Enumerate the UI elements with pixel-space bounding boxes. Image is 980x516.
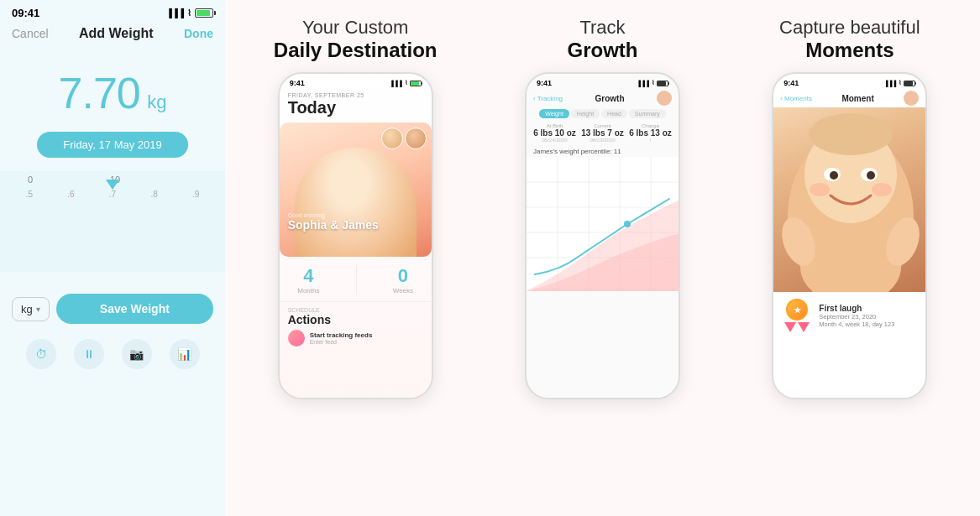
growth-back-button[interactable]: ‹ Tracking xyxy=(533,95,563,102)
tab-head[interactable]: Head xyxy=(601,109,627,118)
tab-summary[interactable]: Summary xyxy=(629,109,666,118)
save-weight-button[interactable]: Save Weight xyxy=(56,294,213,324)
current-value: 13 lbs 7 oz xyxy=(579,128,626,138)
growth-screen-title: Growth xyxy=(595,94,625,103)
moments-back-chevron: ‹ xyxy=(780,95,783,102)
stats-row: 4 Months 0 Weeks xyxy=(280,260,432,300)
action-title: Start tracking feeds xyxy=(310,331,373,339)
daily-heading-bold: Daily Destination xyxy=(274,39,438,62)
baby-illustration xyxy=(773,107,925,292)
growth-tabs[interactable]: Weight Height Head Summary xyxy=(527,107,679,120)
growth-heading-light: Track xyxy=(579,17,625,38)
baby-photo xyxy=(773,107,925,292)
moments-heading-light: Capture beautiful xyxy=(779,17,920,38)
camera-button[interactable]: 📷 xyxy=(122,339,152,369)
change-arrow: ↑ xyxy=(627,138,673,143)
cancel-button[interactable]: Cancel xyxy=(12,27,49,40)
pause-button[interactable]: ⏸ xyxy=(74,339,104,369)
status-bar: 09:41 ▐▐▐ ⌇ xyxy=(0,0,225,23)
timer-button[interactable]: ⏱ xyxy=(26,339,56,369)
track-growth-panel: Track Growth 9:41 ▐▐▐ ⌇ ‹ Tracking xyxy=(485,17,719,499)
phone-signal-icon: ▐▐▐ xyxy=(390,81,402,86)
weight-value: 7.70 xyxy=(59,69,140,117)
schedule-item: Start tracking feeds Enter feed xyxy=(288,330,423,347)
tab-weight[interactable]: Weight xyxy=(539,109,569,118)
growth-wifi-icon: ⌇ xyxy=(652,80,654,86)
weight-ruler[interactable]: // We'll use JS to draw ticks after DOM … xyxy=(0,171,225,272)
schedule-section: Schedule Actions Start tracking feeds En… xyxy=(280,304,432,348)
chevron-down-icon: ▾ xyxy=(36,305,40,314)
daily-today: Today xyxy=(288,98,423,117)
add-weight-panel: 09:41 ▐▐▐ ⌇ Cancel Add Weight Done 7.70 … xyxy=(0,0,225,516)
moments-back-label: Moments xyxy=(784,95,812,102)
profile-pictures xyxy=(381,128,427,149)
at-birth-value: 6 lbs 10 oz xyxy=(532,128,578,138)
phone-battery-icon xyxy=(410,81,422,86)
svg-point-11 xyxy=(809,113,893,155)
bottom-controls: ⏱ ⏸ 📷 📊 xyxy=(0,332,225,373)
current-stat: Current 13 lbs 7 oz 08/23/2020 xyxy=(579,123,626,143)
done-button[interactable]: Done xyxy=(184,27,213,40)
moments-battery-icon xyxy=(904,81,915,86)
growth-battery-icon xyxy=(657,81,668,86)
ruler-lines: // We'll use JS to draw ticks after DOM … xyxy=(0,195,225,228)
growth-nav: ‹ Tracking Growth xyxy=(527,89,679,107)
moments-back-button[interactable]: ‹ Moments xyxy=(780,95,812,102)
moments-panel: Capture beautiful Moments 9:41 ▐▐▐ ⌇ ‹ M xyxy=(733,17,967,499)
name-text: Sophia & James xyxy=(288,218,379,232)
moments-nav: ‹ Moments Moment xyxy=(773,89,925,107)
achievement-text: First laugh September 23, 2020 Month 4, … xyxy=(819,304,894,328)
weight-display: 7.70 kg xyxy=(0,48,225,132)
chart-svg xyxy=(527,157,679,291)
date-button[interactable]: Friday, 17 May 2019 xyxy=(37,132,188,158)
daily-heading: Your Custom Daily Destination xyxy=(274,17,438,62)
stat-divider xyxy=(356,265,357,294)
current-date: 08/23/2020 xyxy=(579,138,626,143)
svg-point-8 xyxy=(624,221,631,227)
svg-point-14 xyxy=(830,171,838,180)
svg-point-15 xyxy=(867,171,875,180)
growth-status-bar: 9:41 ▐▐▐ ⌇ xyxy=(527,74,679,89)
weeks-value: 0 xyxy=(393,265,413,287)
schedule-label: Schedule xyxy=(288,307,423,313)
moments-heading: Capture beautiful Moments xyxy=(779,17,920,62)
growth-heading: Track Growth xyxy=(567,17,637,62)
growth-chart xyxy=(527,157,679,291)
signal-icon: ▐▐▐ xyxy=(166,8,184,18)
growth-phone-mockup: 9:41 ▐▐▐ ⌇ ‹ Tracking Growth xyxy=(525,72,680,399)
growth-stats: At Birth 6 lbs 10 oz 05/24/2020 Current … xyxy=(527,120,679,146)
wifi-icon: ⌇ xyxy=(187,8,191,18)
achievement-banner: ★ First laugh September 23, 2020 Month 4… xyxy=(773,292,925,339)
baby-overlay-greeting: Good morning Sophia & James xyxy=(288,212,379,232)
growth-heading-bold: Growth xyxy=(567,39,637,62)
change-stat: Change 6 lbs 13 oz ↑ xyxy=(627,123,673,143)
section-divider xyxy=(280,301,432,302)
moments-phone-time: 9:41 xyxy=(783,79,799,87)
months-stat: 4 Months xyxy=(297,265,319,294)
moments-status-bar: 9:41 ▐▐▐ ⌇ xyxy=(773,74,925,89)
daily-date: FRIDAY, SEPTEMBER 25 xyxy=(288,92,423,98)
growth-signal-icon: ▐▐▐ xyxy=(637,81,649,86)
daily-destination-panel: Your Custom Daily Destination 9:41 ▐▐▐ ⌇… xyxy=(238,17,472,499)
tab-height[interactable]: Height xyxy=(571,109,600,118)
phone-wifi-icon: ⌇ xyxy=(405,80,407,86)
daily-content: FRIDAY, SEPTEMBER 25 Today xyxy=(280,89,432,122)
svg-point-17 xyxy=(872,183,892,196)
greeting-text: Good morning xyxy=(288,212,379,218)
at-birth-date: 05/24/2020 xyxy=(532,138,578,143)
chart-button[interactable]: 📊 xyxy=(170,339,200,369)
moments-avatar xyxy=(904,91,919,106)
change-value: 6 lbs 13 oz xyxy=(627,128,673,138)
battery-icon xyxy=(195,8,213,18)
moments-wifi-icon: ⌇ xyxy=(899,80,901,86)
growth-phone-time: 9:41 xyxy=(537,79,552,87)
achievement-sub: Month 4, week 18, day 123 xyxy=(819,321,894,328)
profile-pic-1 xyxy=(381,128,403,149)
unit-selector[interactable]: kg ▾ xyxy=(12,297,50,321)
at-birth-stat: At Birth 6 lbs 10 oz 05/24/2020 xyxy=(532,123,578,143)
moments-heading-bold: Moments xyxy=(779,39,920,62)
moments-phone-mockup: 9:41 ▐▐▐ ⌇ ‹ Moments Moment xyxy=(772,72,927,399)
months-label: Months xyxy=(297,287,319,294)
action-sub: Enter feed xyxy=(310,339,373,345)
phone-time: 9:41 xyxy=(290,79,305,87)
